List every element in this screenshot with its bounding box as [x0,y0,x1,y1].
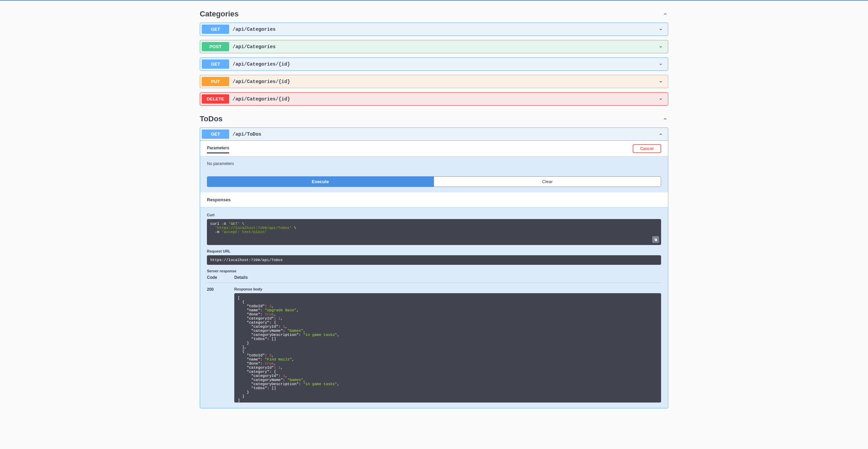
http-method-badge: PUT [202,77,229,86]
server-response-label: Server response [207,269,661,273]
response-table-header: Code Details [207,275,661,283]
chevron-down-icon [657,78,664,85]
chevron-down-icon [657,26,664,33]
opblock-put: PUT/api/Categories/{id} [200,75,668,88]
copy-icon[interactable] [652,236,659,243]
opblock-summary[interactable]: GET/api/Categories/{id} [200,58,668,70]
endpoint-path: /api/Categories [233,44,657,50]
chevron-up-icon [657,131,664,138]
opblock-delete: DELETE/api/Categories/{id} [200,92,668,106]
responses-heading: Responses [200,192,668,207]
opblock-get: GET/api/Categories [200,23,668,36]
opblock-summary[interactable]: DELETE/api/Categories/{id} [200,93,668,105]
tag-title: Categories [200,10,239,18]
response-body-json[interactable]: [ { "toDoId": 2, "name": "Upgrade Base",… [234,293,661,403]
endpoint-path: /api/Categories [233,27,657,32]
opblock-summary[interactable]: GET/api/Categories [200,23,668,36]
main-container: Categories GET/api/CategoriesPOST/api/Ca… [193,7,675,408]
response-body-label: Response body [234,287,661,291]
curl-label: Curl [207,213,661,217]
endpoint-path: /api/ToDos [233,132,657,137]
tag-header-categories[interactable]: Categories [200,7,668,23]
tab-parameters[interactable]: Parameters [207,144,229,153]
cancel-button[interactable]: Cancel [633,144,661,153]
endpoint-path: /api/Categories/{id} [233,96,657,102]
opblock-get-todos: GET /api/ToDos Parameters Cancel No par [200,127,668,408]
status-code: 200 [207,287,234,403]
http-method-badge: DELETE [202,94,229,104]
tag-title: ToDos [200,114,223,123]
tag-header-todos[interactable]: ToDos [200,112,668,127]
chevron-up-icon [662,11,668,17]
http-method-badge: GET [202,59,229,69]
parameters-body: No parameters Execute Clear [200,156,668,192]
opblock-get: GET/api/Categories/{id} [200,57,668,71]
http-method-badge: GET [202,25,229,34]
response-row: 200 Response body [ { "toDoId": 2, "name… [207,287,661,403]
top-border [0,0,868,1]
http-method-badge: GET [202,130,229,139]
http-method-badge: POST [202,42,229,51]
opblock-summary[interactable]: PUT/api/Categories/{id} [200,75,668,88]
column-details: Details [234,275,661,280]
ops-list-categories: GET/api/CategoriesPOST/api/CategoriesGET… [200,23,668,106]
execute-row: Execute Clear [200,171,668,192]
request-url-label: Request URL [207,249,661,253]
response-details: Response body [ { "toDoId": 2, "name": "… [234,287,661,403]
parameters-header: Parameters Cancel [200,141,668,156]
tag-section-todos: ToDos GET /api/ToDos Parameters [200,112,668,408]
endpoint-path: /api/Categories/{id} [233,79,657,84]
no-parameters-text: No parameters [200,157,668,171]
tag-section-categories: Categories GET/api/CategoriesPOST/api/Ca… [200,7,668,106]
ops-list-todos: GET /api/ToDos Parameters Cancel No par [200,127,668,408]
chevron-up-icon [662,116,668,122]
clear-button[interactable]: Clear [434,176,661,187]
column-code: Code [207,275,234,280]
chevron-down-icon [657,96,664,103]
execute-button[interactable]: Execute [207,176,434,187]
responses-body: Curl curl -X 'GET' \ 'https://localhost:… [200,207,668,408]
opblock-summary[interactable]: GET /api/ToDos [200,128,668,141]
opblock-post: POST/api/Categories [200,40,668,53]
chevron-down-icon [657,43,664,50]
request-url-block: https://localhost:7209/api/ToDos [207,255,661,265]
curl-code-block: curl -X 'GET' \ 'https://localhost:7209/… [207,219,661,245]
endpoint-path: /api/Categories/{id} [233,62,657,67]
opblock-body: Parameters Cancel No parameters Execute … [200,141,668,408]
chevron-down-icon [657,61,664,68]
opblock-summary[interactable]: POST/api/Categories [200,40,668,53]
